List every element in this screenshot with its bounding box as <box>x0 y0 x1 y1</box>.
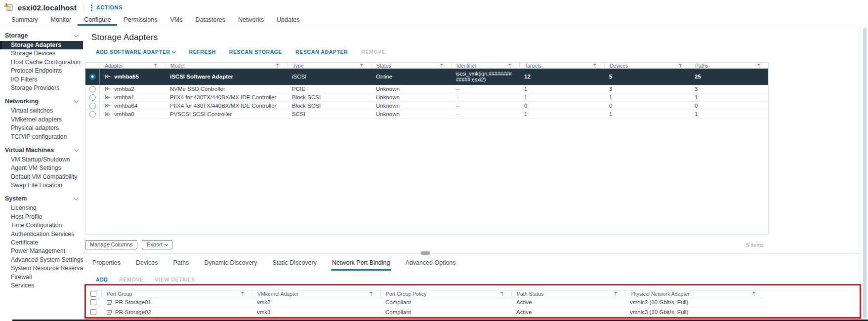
vertical-scrollbar[interactable] <box>863 28 867 318</box>
row-checkbox[interactable] <box>90 299 96 305</box>
filter-icon[interactable] <box>508 63 512 68</box>
sidebar-item[interactable]: TCP/IP configuration <box>0 133 83 141</box>
sidebar-item[interactable]: Physical adapters <box>0 124 83 132</box>
sidebar-item[interactable]: Swap File Location <box>0 181 83 190</box>
detail-tab-label: Advanced Options <box>405 259 455 266</box>
nav-tab[interactable]: Configure <box>78 15 117 26</box>
filter-icon[interactable] <box>440 63 444 68</box>
sidebar-item[interactable]: Storage Providers <box>0 84 83 92</box>
adapter-row[interactable]: vmhba64 PIIX4 for 430TX/440BX/MX IDE Con… <box>85 102 768 110</box>
column-header[interactable]: Port Group Policy <box>380 290 511 297</box>
column-header[interactable]: Physical Network Adapter <box>625 290 763 297</box>
sidebar-item[interactable]: Licensing <box>0 204 83 212</box>
nav-tab[interactable]: Datastores <box>189 15 231 26</box>
column-header[interactable]: VMkernel Adapter <box>252 290 380 297</box>
view-details-button[interactable]: VIEW DETAILS <box>155 277 195 282</box>
refresh-button[interactable]: REFRESH <box>189 49 215 55</box>
sidebar-item[interactable]: Virtual switches <box>0 107 83 115</box>
nav-tab[interactable]: Updates <box>270 15 306 26</box>
rescan-storage-button[interactable]: RESCAN STORAGE <box>229 49 282 55</box>
row-radio[interactable] <box>89 103 96 109</box>
row-checkbox[interactable] <box>90 309 96 315</box>
sidebar-item[interactable]: Protocol Endpoints <box>0 67 83 75</box>
column-header[interactable]: Targets <box>519 63 604 68</box>
sidebar-item[interactable]: Authentication Services <box>0 230 83 239</box>
column-header[interactable]: Model <box>165 63 287 68</box>
nav-tab[interactable]: Networks <box>232 15 270 26</box>
sidebar-item[interactable]: VM Startup/Shutdown <box>0 156 83 164</box>
splitter-handle[interactable] <box>421 251 430 255</box>
detail-tab[interactable]: Paths <box>172 257 190 271</box>
sidebar-item[interactable]: Storage Adapters <box>0 41 83 49</box>
row-radio[interactable] <box>89 74 96 80</box>
adapter-row[interactable]: vmhba1 PIIX4 for 430TX/440BX/MX IDE Cont… <box>85 93 768 102</box>
filter-icon[interactable] <box>614 291 618 296</box>
filter-icon[interactable] <box>154 63 158 68</box>
column-header[interactable]: Identifier <box>451 63 519 68</box>
detail-tab[interactable]: Static Discovery <box>271 257 318 271</box>
filter-icon[interactable] <box>678 63 683 68</box>
sidebar-section-header[interactable]: Storage <box>0 30 83 41</box>
sidebar-section-header[interactable]: Networking <box>0 96 83 107</box>
filter-icon[interactable] <box>500 291 504 296</box>
sidebar-item[interactable]: Power Management <box>0 247 83 255</box>
rescan-adapter-button[interactable]: RESCAN ADAPTER <box>295 49 348 55</box>
column-header[interactable]: Paths <box>690 63 768 68</box>
row-radio[interactable] <box>89 94 96 101</box>
sidebar-item[interactable]: I/O Filters <box>0 76 83 84</box>
detail-tab[interactable]: Network Port Binding <box>331 257 391 271</box>
adapter-row[interactable]: vmhba2 NVMe SSD Controller PCIE Unknown … <box>85 85 768 93</box>
add-software-adapter-button[interactable]: ADD SOFTWARE ADAPTER <box>96 49 175 55</box>
column-header[interactable]: Status <box>371 63 451 68</box>
sidebar-item[interactable]: Agent VM Settings <box>0 164 83 172</box>
column-header[interactable]: Devices <box>604 63 690 68</box>
select-all-checkbox[interactable] <box>90 291 96 297</box>
detail-tab[interactable]: Advanced Options <box>404 257 456 271</box>
column-header[interactable]: Port Group <box>101 290 252 297</box>
column-header[interactable]: Type <box>287 63 371 68</box>
filter-icon[interactable] <box>276 63 280 68</box>
filter-icon[interactable] <box>593 63 597 68</box>
sidebar-item[interactable]: Host Cache Configuration <box>0 58 83 67</box>
sidebar-item[interactable]: VMkernel adapters <box>0 116 83 124</box>
port-binding-row[interactable]: PR-Storage01 vmk2 Compliant Active vmnic… <box>85 297 763 307</box>
sidebar-item[interactable]: Time Configuration <box>0 221 83 230</box>
export-button[interactable]: Export <box>142 240 172 249</box>
filter-icon[interactable] <box>241 291 245 296</box>
sidebar-item[interactable]: Certificate <box>0 239 83 247</box>
filter-icon[interactable] <box>757 63 761 68</box>
sidebar-item[interactable]: Default VM Compatibility <box>0 173 83 181</box>
column-header[interactable]: Path Status <box>511 290 625 297</box>
detail-tab[interactable]: Devices <box>135 257 159 271</box>
actions-menu-button[interactable]: ACTIONS <box>90 4 123 10</box>
sidebar-section-header[interactable]: System <box>0 193 83 204</box>
adapter-name: vmhba1 <box>114 94 134 100</box>
sidebar-item[interactable]: Advanced System Settings <box>0 256 83 264</box>
adapter-row[interactable]: vmhba0 PVSCSI SCSI Controller SCSI Unkno… <box>85 110 768 119</box>
sidebar-item[interactable]: Host Profile <box>0 213 83 221</box>
row-radio[interactable] <box>89 111 96 118</box>
add-binding-button[interactable]: ADD <box>96 277 108 282</box>
port-binding-row[interactable]: PR-Storage02 vmk3 Compliant Active vmnic… <box>85 307 763 317</box>
nav-tab[interactable]: VMs <box>164 15 189 26</box>
detail-tab[interactable]: Dynamic Discovery <box>203 257 258 271</box>
remove-binding-button[interactable]: REMOVE <box>120 277 144 282</box>
sidebar-item[interactable]: Storage Devices <box>0 49 83 58</box>
sidebar-item[interactable]: Services <box>0 281 83 290</box>
sidebar-item[interactable]: Firewall <box>0 273 83 281</box>
column-header[interactable]: Adapter <box>99 63 165 68</box>
adapter-row[interactable]: vmhba65 iSCSI Software Adapter iSCSI Onl… <box>85 69 768 85</box>
filter-icon[interactable] <box>369 291 373 296</box>
row-radio[interactable] <box>89 86 96 92</box>
manage-columns-button[interactable]: Manage Columns <box>85 240 137 249</box>
sidebar-item-label: Authentication Services <box>11 231 75 238</box>
filter-icon[interactable] <box>360 63 364 68</box>
detail-tab[interactable]: Properties <box>91 257 122 271</box>
sidebar-section-header[interactable]: Virtual Machines <box>0 145 83 156</box>
nav-tab[interactable]: Monitor <box>44 15 78 26</box>
sidebar-item[interactable]: System Resource Reservati… <box>0 264 83 273</box>
nav-tab[interactable]: Summary <box>5 15 44 26</box>
filter-icon[interactable] <box>752 291 756 296</box>
nav-tab[interactable]: Permissions <box>117 15 164 26</box>
remove-button[interactable]: REMOVE <box>361 49 385 55</box>
